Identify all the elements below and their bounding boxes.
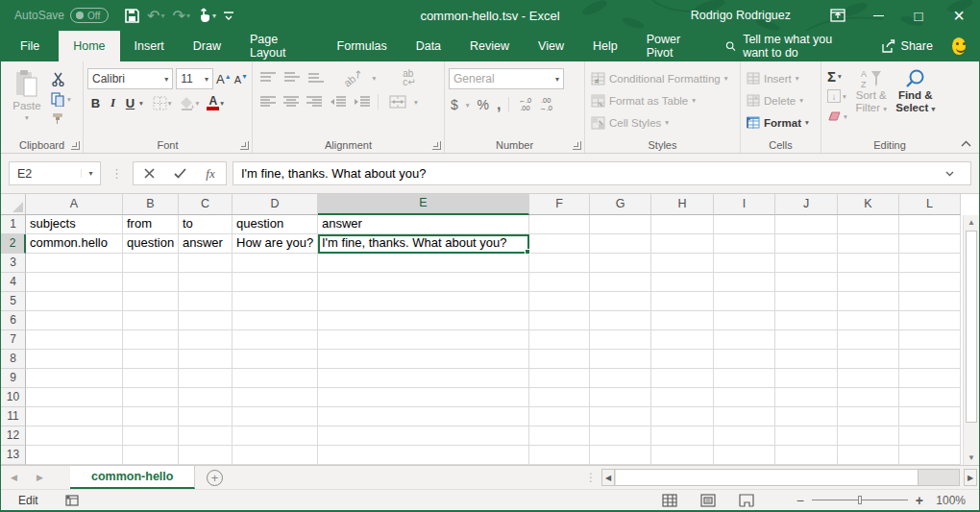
cell-K2[interactable] xyxy=(838,234,899,254)
column-header-H[interactable]: H xyxy=(651,194,714,215)
cell-C4[interactable] xyxy=(179,273,233,292)
align-center-icon[interactable] xyxy=(283,96,299,108)
cell-L6[interactable] xyxy=(899,311,961,330)
row-header-1[interactable]: 1 xyxy=(1,215,26,234)
cell-B2[interactable]: question xyxy=(123,234,179,254)
sheet-nav-left-icon[interactable]: ◀ xyxy=(1,466,27,489)
sheet-nav-right-icon[interactable]: ▶ xyxy=(27,466,53,489)
cell-G10[interactable] xyxy=(590,388,651,407)
cell-J12[interactable] xyxy=(775,427,838,446)
column-header-F[interactable]: F xyxy=(529,194,590,215)
row-header-6[interactable]: 6 xyxy=(1,311,26,330)
cell-G1[interactable] xyxy=(590,215,651,234)
cell-H12[interactable] xyxy=(651,427,714,446)
cell-L5[interactable] xyxy=(899,292,961,311)
cell-E10[interactable] xyxy=(318,388,529,407)
cell-J3[interactable] xyxy=(775,254,838,273)
row-header-4[interactable]: 4 xyxy=(1,273,26,292)
clipboard-dialog-launcher[interactable] xyxy=(71,141,80,150)
cell-I3[interactable] xyxy=(714,254,775,273)
tab-scrollbar-split-icon[interactable]: ⋮ xyxy=(585,466,597,489)
cell-E11[interactable] xyxy=(318,407,529,427)
cell-L8[interactable] xyxy=(899,350,961,369)
find-select-button[interactable]: Find & Select ▾ xyxy=(894,65,938,135)
horizontal-scrollbar[interactable]: ◀ xyxy=(601,469,960,486)
cell-E5[interactable] xyxy=(318,292,529,311)
row-header-7[interactable]: 7 xyxy=(1,330,26,350)
cell-C6[interactable] xyxy=(179,311,233,330)
cell-G4[interactable] xyxy=(590,273,651,292)
tab-formulas[interactable]: Formulas xyxy=(323,31,402,61)
cell-I8[interactable] xyxy=(714,350,775,369)
cell-B8[interactable] xyxy=(123,350,179,369)
cell-G6[interactable] xyxy=(590,311,651,330)
customize-qat-button[interactable] xyxy=(221,7,236,24)
cell-J2[interactable] xyxy=(775,234,838,254)
cell-D8[interactable] xyxy=(233,350,318,369)
cell-H2[interactable] xyxy=(651,234,714,254)
cell-A4[interactable] xyxy=(26,273,123,292)
close-button[interactable]: × xyxy=(939,0,979,31)
sheet-tab-common-hello[interactable]: common-hello xyxy=(70,466,195,489)
cell-H7[interactable] xyxy=(651,330,714,350)
page-break-preview-button[interactable] xyxy=(739,494,754,507)
cell-L2[interactable] xyxy=(899,234,961,254)
cell-L7[interactable] xyxy=(899,330,961,350)
cell-A11[interactable] xyxy=(26,407,123,427)
delete-cells-button[interactable]: × Delete ▾ xyxy=(745,90,811,110)
feedback-smiley-button[interactable] xyxy=(952,37,966,55)
cell-E6[interactable] xyxy=(318,311,529,330)
cell-K8[interactable] xyxy=(838,350,899,369)
cell-D4[interactable] xyxy=(233,273,318,292)
zoom-out-button[interactable]: − xyxy=(796,493,804,508)
formula-input[interactable]: I'm fine, thanks. What about you? xyxy=(233,161,971,185)
conditional-formatting-button[interactable]: ≠ Conditional Formatting ▾ xyxy=(589,68,729,88)
format-cells-button[interactable]: Format ▾ xyxy=(745,112,811,133)
column-header-D[interactable]: D xyxy=(233,194,318,215)
maximize-button[interactable]: □ xyxy=(898,0,939,31)
clear-button[interactable]: ▾ xyxy=(825,108,849,125)
macro-record-button[interactable] xyxy=(65,494,79,506)
page-layout-view-button[interactable] xyxy=(700,494,716,507)
align-top-icon[interactable] xyxy=(260,72,276,84)
cell-L12[interactable] xyxy=(899,427,961,446)
cell-C12[interactable] xyxy=(179,427,233,446)
cell-B7[interactable] xyxy=(123,330,179,350)
cell-C10[interactable] xyxy=(179,388,233,407)
tab-insert[interactable]: Insert xyxy=(120,31,179,61)
cell-H13[interactable] xyxy=(651,446,714,465)
cell-D2[interactable]: How are you? xyxy=(233,234,318,254)
font-name-combo[interactable]: Calibri▾ xyxy=(87,68,173,89)
tab-draw[interactable]: Draw xyxy=(179,31,235,61)
cell-B5[interactable] xyxy=(123,292,179,311)
cell-F8[interactable] xyxy=(529,350,590,369)
fill-button[interactable]: ↓▾ xyxy=(825,87,849,105)
cell-B3[interactable] xyxy=(123,254,179,273)
cell-styles-button[interactable]: Cell Styles ▾ xyxy=(589,112,729,133)
cell-G3[interactable] xyxy=(590,254,651,273)
zoom-slider-thumb[interactable] xyxy=(858,496,862,504)
row-header-3[interactable]: 3 xyxy=(1,254,26,273)
cell-I12[interactable] xyxy=(714,427,775,446)
cell-G12[interactable] xyxy=(590,427,651,446)
alignment-dialog-launcher[interactable] xyxy=(432,141,441,150)
decrease-decimal-button[interactable]: .00→.0 xyxy=(539,97,552,112)
paste-button[interactable]: Paste ▾ xyxy=(5,65,49,135)
cell-J1[interactable] xyxy=(775,215,838,234)
autosum-button[interactable]: Σ▾ xyxy=(825,67,849,85)
cell-G7[interactable] xyxy=(590,330,651,350)
column-header-G[interactable]: G xyxy=(590,194,651,215)
cell-K6[interactable] xyxy=(838,311,899,330)
cell-A9[interactable] xyxy=(26,369,123,388)
enter-button[interactable] xyxy=(164,168,195,179)
formula-bar-resize-dots-icon[interactable]: ⋮ xyxy=(107,166,127,181)
insert-cells-button[interactable]: Insert ▾ xyxy=(745,68,811,88)
cell-E1[interactable]: answer xyxy=(318,215,529,234)
cell-D1[interactable]: question xyxy=(233,215,318,234)
font-color-button[interactable]: A xyxy=(207,96,219,110)
cell-A5[interactable] xyxy=(26,292,123,311)
column-header-L[interactable]: L xyxy=(899,194,961,215)
cell-G5[interactable] xyxy=(590,292,651,311)
cell-D5[interactable] xyxy=(233,292,318,311)
format-painter-button[interactable] xyxy=(49,110,73,128)
